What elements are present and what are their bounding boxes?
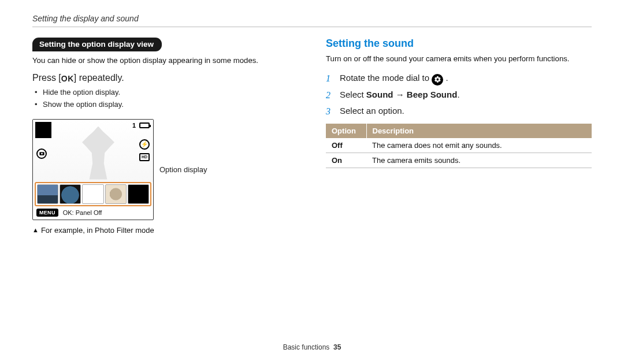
step-2-arrow: → [393,90,407,99]
right-intro: Turn on or off the sound your camera emi… [326,54,592,63]
bullet-show: Show the option display. [43,99,298,111]
th-option: Option [326,124,366,138]
right-column: Setting the sound Turn on or off the sou… [326,38,592,235]
table-row: Off The camera does not emit any sounds. [326,138,592,153]
example-caption: ▲For example, in Photo Filter mode [32,226,298,235]
options-table: Option Description Off The camera does n… [326,124,592,168]
filter-thumb [82,184,103,204]
step-2-bold-1: Sound [366,90,393,99]
option-display-strip [35,182,151,206]
example-text: For example, in Photo Filter mode [41,226,154,235]
svg-point-1 [41,153,43,155]
step-2-pre: Select [340,90,366,99]
bullet-hide: Hide the option display. [43,87,298,99]
page-header: Setting the display and sound [32,14,592,27]
step-1: Rotate the mode dial to . [326,71,592,86]
opt-off: Off [326,138,366,153]
step-2-end: . [457,90,459,99]
step-2-bold-2: Beep Sound [407,90,458,99]
ok-key-icon: OK [61,74,74,83]
filter-thumb [60,184,81,204]
settings-mode-icon [432,74,443,86]
th-description: Description [366,124,592,138]
person-silhouette [78,127,118,180]
battery-icon [139,122,150,128]
step-2: Select Sound → Beep Sound. [326,88,592,102]
up-triangle-icon: ▲ [32,226,39,233]
steps-list: Rotate the mode dial to . Select Sound →… [326,71,592,118]
desc-off: The camera does not emit any sounds. [366,138,592,153]
opt-on: On [326,153,366,168]
table-row: On The camera emits sounds. [326,153,592,168]
filter-thumb [105,184,127,204]
filter-thumb [128,184,149,204]
shot-count: 1 [132,122,136,129]
left-column: Setting the option display view You can … [32,38,298,235]
status-text: OK: Panel Off [63,209,102,216]
sound-heading: Setting the sound [326,38,592,50]
option-display-annotation: Option display [159,165,207,174]
section-pill: Setting the option display view [32,38,162,51]
camera-screenshot: 1 ⚡ HD [32,119,154,220]
effect-bullets: Hide the option display. Show the option… [32,87,298,111]
menu-button-icon: MENU [36,209,58,217]
left-intro: You can hide or show the option display … [32,56,298,65]
camera-icon [36,148,47,159]
instruction-prefix: Press [ [32,73,61,83]
hd-icon: HD [139,153,150,161]
desc-on: The camera emits sounds. [366,153,592,168]
footer-page-number: 35 [333,343,341,351]
step-1-text: Rotate the mode dial to [340,73,432,83]
step-1-end: . [445,73,448,83]
press-instruction: Press [OK] repeatedly. [32,73,298,83]
footer-section: Basic functions [283,343,330,351]
step-3: Select an option. [326,104,592,118]
instruction-suffix: ] repeatedly. [74,73,124,83]
page-footer: Basic functions 35 [0,343,624,351]
filter-thumb [37,184,58,204]
flash-icon: ⚡ [139,139,150,150]
mode-icon [35,122,51,138]
